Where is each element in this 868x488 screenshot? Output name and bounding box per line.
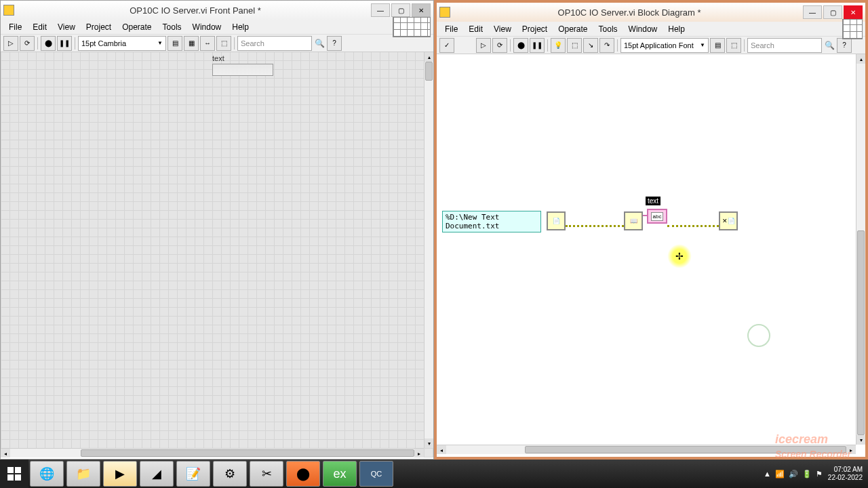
taskbar-explorer[interactable]: 📁 — [66, 461, 100, 487]
retain-wire-button[interactable]: ⬚ — [567, 38, 582, 53]
step-over-button[interactable]: ↷ — [599, 38, 614, 53]
tray-clock[interactable]: 07:02 AM 22-02-2022 — [828, 466, 863, 482]
run-button[interactable]: ▷ — [3, 36, 18, 51]
string-indicator-label: text — [212, 54, 224, 62]
menu-view[interactable]: View — [488, 23, 517, 35]
taskbar-excel[interactable]: ex — [323, 461, 357, 487]
close-file-node[interactable]: ✕📄 — [719, 211, 738, 230]
menu-file[interactable]: File — [3, 21, 27, 33]
menu-tools[interactable]: Tools — [593, 23, 623, 35]
menu-operate[interactable]: Operate — [553, 23, 593, 35]
search-icon[interactable]: 🔍 — [313, 36, 326, 51]
start-button[interactable] — [0, 460, 28, 488]
taskbar-app1[interactable]: ⚙ — [213, 461, 247, 487]
distribute-button[interactable]: ▦ — [184, 36, 199, 51]
window-title: OP10C IO Server.vi Block Diagram * — [456, 7, 803, 18]
abort-button[interactable]: ⬤ — [41, 36, 56, 51]
menu-edit[interactable]: Edit — [463, 23, 488, 35]
toolbar: ▷ ⟳ ⬤ ❚❚ 15pt Cambria▼ ▤ ▦ ↔ ⬚ Search 🔍 … — [1, 35, 433, 52]
tray-icon[interactable]: ▲ — [764, 470, 771, 479]
close-button[interactable]: ✕ — [844, 5, 863, 19]
vi-icon[interactable] — [842, 19, 863, 39]
broken-run-check[interactable]: ✓ — [439, 38, 454, 53]
taskbar-labview[interactable]: ▶ — [103, 461, 137, 487]
menu-edit[interactable]: Edit — [27, 21, 52, 33]
align-button[interactable]: ▤ — [710, 38, 725, 53]
vertical-scrollbar[interactable]: ▴ ▾ — [424, 52, 433, 448]
taskbar-chrome[interactable]: 🌐 — [30, 461, 64, 487]
read-text-file-node[interactable]: 📖 — [624, 211, 643, 230]
tray-volume-icon[interactable]: 🔊 — [789, 470, 798, 479]
menu-window[interactable]: Window — [187, 21, 227, 33]
open-file-node[interactable]: 📄 — [547, 211, 566, 230]
window-title: OP10C IO Server.vi Front Panel * — [20, 5, 371, 16]
menu-tools[interactable]: Tools — [157, 21, 187, 33]
block-diagram-window: OP10C IO Server.vi Block Diagram * — ▢ ✕… — [434, 0, 868, 460]
pause-button[interactable]: ❚❚ — [57, 36, 72, 51]
horizontal-scrollbar[interactable]: ◂ ▸ — [1, 448, 424, 458]
menu-project[interactable]: Project — [81, 21, 117, 33]
cleanup-button[interactable]: ⬚ — [726, 38, 741, 53]
taskbar-snip[interactable]: ✂ — [250, 461, 283, 487]
labview-icon — [3, 5, 14, 16]
run-continuous-button[interactable]: ⟳ — [492, 38, 507, 53]
search-input[interactable]: Search — [237, 36, 312, 51]
font-selector[interactable]: 15pt Application Font▼ — [620, 38, 709, 53]
cursor-highlight-icon: ✢ — [667, 244, 692, 268]
taskbar-notepad[interactable]: 📝 — [176, 461, 210, 487]
run-button[interactable]: ▷ — [476, 38, 491, 53]
maximize-button[interactable]: ▢ — [391, 3, 410, 17]
menu-help[interactable]: Help — [663, 23, 690, 35]
run-continuous-button[interactable]: ⟳ — [20, 36, 35, 51]
menu-help[interactable]: Help — [226, 21, 254, 33]
toolbar: ✓ ▷ ⟳ ⬤ ❚❚ 💡 ⬚ ↘ ↷ 15pt Application Font… — [437, 37, 865, 54]
font-selector[interactable]: 15pt Cambria▼ — [78, 36, 166, 51]
vertical-scrollbar[interactable]: ▴ ▾ — [856, 54, 865, 445]
titlebar[interactable]: OP10C IO Server.vi Front Panel * — ▢ ✕ — [1, 1, 433, 20]
help-button[interactable]: ? — [837, 38, 852, 53]
maximize-button[interactable]: ▢ — [823, 5, 842, 19]
menubar: File Edit View Project Operate Tools Win… — [437, 22, 865, 37]
minimize-button[interactable]: — — [371, 3, 390, 17]
reorder-button[interactable]: ⬚ — [216, 36, 231, 51]
tray-battery-icon[interactable]: 🔋 — [802, 470, 812, 479]
tray-flag-icon[interactable]: ⚑ — [816, 470, 823, 479]
text-indicator[interactable]: abc — [647, 209, 667, 224]
menu-view[interactable]: View — [52, 21, 81, 33]
resize-button[interactable]: ↔ — [200, 36, 215, 51]
menu-operate[interactable]: Operate — [117, 21, 157, 33]
step-into-button[interactable]: ↘ — [583, 38, 598, 53]
labview-icon — [439, 7, 450, 18]
menu-window[interactable]: Window — [623, 23, 663, 35]
help-button[interactable]: ? — [327, 36, 342, 51]
front-panel-window: OP10C IO Server.vi Front Panel * — ▢ ✕ F… — [0, 0, 434, 460]
taskbar-recorder[interactable]: ⬤ — [286, 461, 320, 487]
search-icon[interactable]: 🔍 — [823, 38, 835, 53]
window-controls: — ▢ ✕ — [371, 3, 431, 17]
tray-network-icon[interactable]: 📶 — [775, 470, 785, 479]
taskbar-vlc[interactable]: ◢ — [140, 461, 174, 487]
watermark-text: icecreamScreen Recorder — [775, 432, 851, 461]
click-ripple-icon — [747, 324, 770, 347]
minimize-button[interactable]: — — [803, 5, 822, 19]
connector-pane-icon[interactable] — [393, 17, 431, 37]
abort-button[interactable]: ⬤ — [513, 38, 528, 53]
front-panel-canvas[interactable]: text ▴ ▾ ◂ ▸ — [1, 52, 433, 458]
menu-project[interactable]: Project — [517, 23, 553, 35]
menu-file[interactable]: File — [439, 23, 463, 35]
close-button[interactable]: ✕ — [412, 3, 431, 17]
tray-icons[interactable]: ▲ 📶 🔊 🔋 ⚑ — [764, 470, 823, 479]
block-diagram-canvas[interactable]: %D:\New Text Document.txt 📄 📖 text abc ✕… — [437, 54, 865, 454]
menubar: File Edit View Project Operate Tools Win… — [1, 20, 433, 35]
align-button[interactable]: ▤ — [167, 36, 182, 51]
taskbar-qc[interactable]: QC — [359, 461, 393, 487]
window-controls: — ▢ ✕ — [803, 5, 863, 19]
titlebar[interactable]: OP10C IO Server.vi Block Diagram * — ▢ ✕ — [437, 3, 865, 22]
highlight-execution-button[interactable]: 💡 — [551, 38, 566, 53]
wire — [566, 225, 624, 227]
pause-button[interactable]: ❚❚ — [530, 38, 545, 53]
string-indicator[interactable] — [212, 64, 273, 76]
indicator-label: text — [646, 197, 660, 205]
search-input[interactable]: Search — [747, 38, 822, 53]
path-constant[interactable]: %D:\New Text Document.txt — [442, 211, 541, 232]
